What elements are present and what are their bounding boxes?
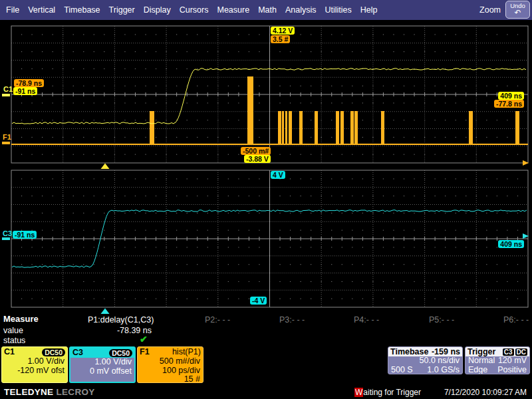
f1-population: 15 # [138, 375, 203, 383]
trigger-level: 120 mV [498, 356, 527, 366]
menu-item-trigger[interactable]: Trigger [109, 5, 135, 15]
menu-item-analysis[interactable]: Analysis [285, 5, 317, 15]
c1-trace [12, 68, 526, 124]
timebase-descriptor-box[interactable]: Timebase -159 ns 50.0 ns/div 500 S 1.0 G… [388, 346, 463, 374]
measure-status-row-label: status [3, 336, 25, 345]
brand-teledyne: TELEDYNE [4, 387, 53, 397]
f1-histogram-bar [381, 111, 384, 144]
f1-histogram-bar [340, 111, 344, 144]
top-grid-hist-max-badge: 3.5 # [271, 35, 290, 43]
menu-item-cursors[interactable]: Cursors [180, 5, 209, 15]
trigger-type-row: Edge Positive [466, 366, 529, 375]
c1-descriptor-box[interactable]: C1 DC50 1.00 V/div -120 mV ofst [1, 346, 68, 383]
top-grid-left-time-badge: -91 ns [13, 87, 37, 95]
trigger-badges: C3 DC [503, 348, 527, 356]
c1-descriptor-header: C1 DC50 [2, 347, 67, 357]
undo-icon: ↶ [514, 9, 521, 17]
datetime-display: 7/12/2020 10:09:27 AM [444, 388, 527, 397]
status-bar: TELEDYNE LECROY Waiting for Trigger 7/12… [0, 386, 532, 399]
menu-bar: File Vertical Timebase Trigger Display C… [0, 0, 532, 20]
f1-descriptor-box[interactable]: F1 hist(P1) 500 m#/div 100 ps/div 15 # [137, 346, 203, 383]
f1-histogram-bar [278, 111, 281, 144]
top-grid-right-time-badge: 409 ns [498, 92, 524, 100]
trigger-source-badge: C3 [503, 348, 514, 356]
trigger-mode: Normal [468, 356, 495, 366]
oscilloscope-screen: { "menu": { "items": ["File", "Vertical"… [0, 0, 532, 399]
trigger-header: Trigger C3 DC [466, 347, 529, 356]
f1-horizontal-scale: 100 ps/div [138, 366, 203, 376]
c3-zero-level-marker[interactable] [2, 237, 10, 240]
menu-item-math[interactable]: Math [258, 5, 277, 15]
trigger-title: Trigger [467, 348, 495, 356]
trigger-time-marker-bottom-icon[interactable] [101, 309, 110, 315]
brand-logo: TELEDYNE LECROY [4, 387, 95, 397]
f1-function: hist(P1) [172, 348, 201, 356]
f1-descriptor-header: F1 hist(P1) [138, 347, 203, 357]
f1-histogram-bar [285, 111, 287, 144]
trigger-coupling-badge: DC [515, 348, 527, 356]
trigger-type: Edge [468, 366, 487, 375]
measure-p1-label[interactable]: P1:ddelay(C1,C3) [88, 315, 154, 325]
timebase-sampling-row: 500 S 1.0 GS/s [388, 366, 462, 375]
acquisition-status: Waiting for Trigger [354, 388, 421, 397]
top-grid-max-voltage-badge: 4.12 V [271, 27, 295, 35]
menu-item-zoom[interactable]: Zoom [479, 5, 501, 15]
timebase-samples: 500 S [391, 366, 413, 375]
c3-descriptor-header: C3 DC50 [70, 348, 134, 358]
c3-descriptor-box[interactable]: C3 DC50 1.00 V/div 0 mV offset [69, 346, 136, 383]
menu-right-group: Zoom Undo ↶ [479, 1, 530, 19]
timebase-offset: -159 ns [432, 348, 460, 356]
bottom-grid-right-time-badge: 409 ns [498, 240, 524, 248]
f1-zero-level-marker[interactable] [2, 142, 10, 144]
measure-p2-label[interactable]: P2:- - - [205, 315, 230, 325]
f1-histogram-bar [350, 111, 354, 144]
timebase-title: Timebase [390, 348, 428, 356]
menu-item-utilities[interactable]: Utilities [325, 5, 351, 15]
undo-button[interactable]: Undo ↶ [505, 1, 530, 19]
bottom-grid-left-time-badge: -91 ns [13, 231, 37, 239]
menu-item-file[interactable]: File [6, 5, 19, 15]
c1-vertical-scale: 1.00 V/div [2, 357, 67, 366]
c3-channel-label[interactable]: C3 [3, 230, 12, 237]
f1-trace-label[interactable]: F1 [3, 134, 11, 141]
f1-histogram-bar [289, 111, 292, 144]
measure-p4-label[interactable]: P4:- - - [354, 315, 379, 325]
trigger-time-marker-top-icon[interactable] [101, 164, 110, 170]
c3-vertical-scale: 1.00 V/div [70, 358, 134, 367]
menu-item-timebase[interactable]: Timebase [64, 5, 100, 15]
trigger-mode-row: Normal 120 mV [466, 356, 529, 366]
measure-p3-label[interactable]: P3:- - - [279, 315, 305, 325]
top-grid-hist-right-time-badge: -77.8 ns [494, 100, 524, 108]
f1-histogram-bar [515, 111, 519, 144]
f1-histogram-bar [315, 111, 318, 144]
timebase-header: Timebase -159 ns [388, 347, 462, 356]
timebase-sample-rate: 1.0 GS/s [427, 366, 460, 375]
f1-vertical-scale: 500 m#/div [138, 357, 203, 366]
c1-coupling-badge: DC50 [42, 348, 65, 356]
f1-histogram-bar [299, 111, 303, 144]
menu-item-vertical[interactable]: Vertical [28, 5, 55, 15]
f1-histogram-bar [469, 111, 473, 144]
c1-offset: -120 mV ofst [2, 366, 67, 376]
top-grid-min-voltage-badge: -3.88 V [244, 155, 271, 163]
bottom-grid-max-voltage-badge: 4 V [271, 171, 285, 179]
measure-p5-label[interactable]: P5:- - - [429, 315, 454, 325]
c3-name: C3 [72, 348, 83, 357]
measure-p6-label[interactable]: P6:- - - [503, 315, 529, 325]
menu-item-help[interactable]: Help [360, 5, 378, 15]
c3-offset: 0 mV offset [70, 367, 134, 376]
trigger-slope: Positive [497, 366, 527, 375]
menu-item-measure[interactable]: Measure [217, 5, 249, 15]
f1-histogram-bar [336, 111, 339, 144]
menu-item-display[interactable]: Display [144, 5, 171, 15]
c1-zero-level-marker[interactable] [2, 94, 10, 96]
measure-panel-title: Measure [3, 315, 39, 324]
measure-p1-status-check-icon: ✔ [140, 334, 148, 344]
c3-coupling-badge: DC50 [109, 349, 132, 357]
f1-histogram-bar [282, 111, 284, 144]
c1-channel-label[interactable]: C1 [3, 86, 13, 93]
f1-histogram-bar [354, 111, 358, 144]
trigger-descriptor-box[interactable]: Trigger C3 DC Normal 120 mV Edge Positiv… [465, 346, 530, 374]
f1-histogram-bar [150, 111, 154, 144]
bottom-grid-min-voltage-badge: -4 V [250, 297, 267, 305]
